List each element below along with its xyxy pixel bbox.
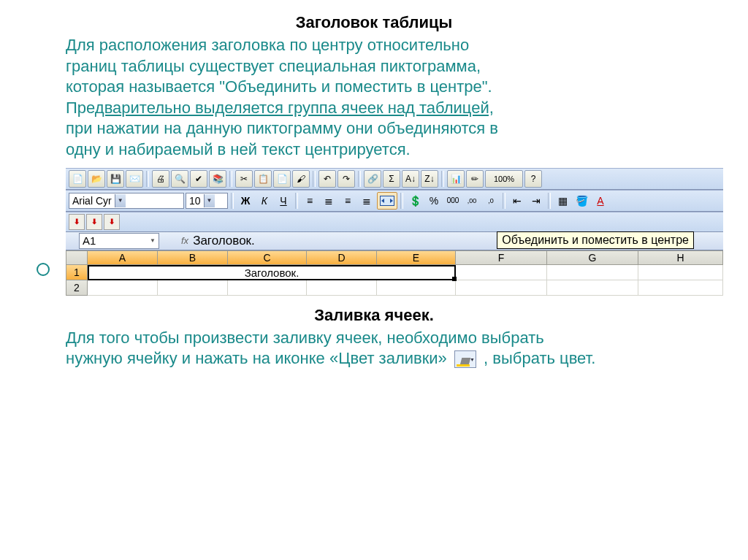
column-header-b[interactable]: B — [158, 250, 228, 265]
align-right-icon[interactable]: ≡ — [339, 192, 356, 210]
name-box-value: A1 — [83, 234, 96, 247]
align-justify-icon[interactable]: ≣ — [358, 192, 375, 210]
paste-icon[interactable]: 📄 — [273, 170, 291, 188]
heading-table-title: Заголовок таблицы — [66, 13, 682, 32]
pdf-icon[interactable]: ⬇ — [86, 214, 102, 230]
column-header-f[interactable]: F — [456, 250, 547, 265]
autosum-icon[interactable]: Σ — [383, 170, 400, 188]
separator — [146, 171, 149, 187]
column-headers: A B C D E F G H — [66, 250, 723, 265]
select-all-corner[interactable] — [66, 250, 88, 265]
p1-l5: при нажатии на данную пиктограмму они об… — [66, 119, 498, 137]
separator — [441, 171, 444, 187]
merge-center-tooltip: Объединить и поместить в центре — [497, 231, 694, 249]
column-header-a[interactable]: A — [88, 250, 158, 265]
fx-icon[interactable]: fx — [181, 235, 188, 246]
pdf-icon[interactable]: ⬇ — [104, 214, 120, 230]
save-icon[interactable]: 💾 — [107, 170, 124, 188]
print-preview-icon[interactable]: 🔍 — [171, 170, 188, 188]
chart-icon[interactable]: 📊 — [447, 170, 465, 188]
drawing-icon[interactable]: ✏ — [466, 170, 484, 188]
column-header-c[interactable]: C — [228, 250, 307, 265]
separator — [503, 193, 505, 209]
zoom-icon[interactable]: 100% — [485, 170, 523, 188]
cut-icon[interactable]: ✂ — [235, 170, 253, 188]
p2-l1: Для того чтобы произвести заливку ячеек,… — [66, 329, 544, 347]
separator — [229, 171, 232, 187]
research-icon[interactable]: 📚 — [209, 170, 226, 188]
borders-icon[interactable]: ▦ — [554, 192, 571, 210]
cell-c2[interactable] — [228, 280, 307, 296]
column-header-d[interactable]: D — [307, 250, 377, 265]
font-size-value: 10 — [189, 195, 201, 207]
format-painter-icon[interactable]: 🖌 — [292, 170, 310, 188]
fill-color-icon[interactable]: 🪣 — [573, 192, 590, 210]
p2-l2b: , выбрать цвет. — [484, 349, 595, 367]
increase-indent-icon[interactable]: ⇥ — [527, 192, 545, 210]
increase-decimal-button[interactable]: ,00 — [463, 192, 481, 210]
cell-g2[interactable] — [547, 280, 638, 296]
p1-l1: Для расположения заголовка по центру отн… — [66, 36, 469, 54]
row-header-1[interactable]: 1 — [66, 265, 88, 280]
print-icon[interactable]: 🖨 — [152, 170, 169, 188]
font-name-dropdown[interactable]: Arial Cyr ▼ — [69, 193, 184, 209]
separator — [313, 171, 316, 187]
copy-icon[interactable]: 📋 — [254, 170, 272, 188]
cell-d2[interactable] — [307, 280, 377, 296]
column-header-g[interactable]: G — [547, 250, 638, 265]
font-color-icon[interactable]: A — [592, 192, 609, 210]
cell-e2[interactable] — [377, 280, 456, 296]
cell-b2[interactable] — [158, 280, 228, 296]
help-icon[interactable]: ? — [524, 170, 542, 188]
currency-icon[interactable]: 💲 — [406, 192, 424, 210]
merged-cell-a1-e1[interactable]: Заголовок. — [88, 265, 456, 280]
formatting-toolbar: Arial Cyr ▼ 10 ▼ Ж К Ч ≡ ≣ ≡ ≣ 💲 % 000 ,… — [66, 190, 723, 212]
p1-l4a: Пре — [66, 99, 95, 117]
bold-button[interactable]: Ж — [237, 192, 254, 210]
new-doc-icon[interactable]: 📄 — [69, 170, 86, 188]
p1-l3: которая называется "Объединить и помести… — [66, 77, 492, 96]
column-header-e[interactable]: E — [377, 250, 456, 265]
italic-button[interactable]: К — [256, 192, 273, 210]
column-header-h[interactable]: H — [638, 250, 723, 265]
grid-row-1: 1 Заголовок. — [66, 265, 723, 280]
chevron-down-icon: ▼ — [115, 194, 126, 207]
thousands-button[interactable]: 000 — [444, 192, 462, 210]
standard-toolbar: 📄 📂 💾 ✉️ 🖨 🔍 ✔ 📚 ✂ 📋 📄 🖌 ↶ ↷ 🔗 Σ A↓ Z↓ 📊 — [66, 168, 723, 190]
excel-screenshot: 📄 📂 💾 ✉️ 🖨 🔍 ✔ 📚 ✂ 📋 📄 🖌 ↶ ↷ 🔗 Σ A↓ Z↓ 📊 — [66, 168, 723, 296]
decrease-decimal-button[interactable]: ,0 — [482, 192, 500, 210]
redo-icon[interactable]: ↷ — [337, 170, 355, 188]
cell-h1[interactable] — [638, 265, 723, 280]
hyperlink-icon[interactable]: 🔗 — [364, 170, 381, 188]
merge-center-button[interactable] — [377, 192, 397, 210]
font-name-value: Arial Cyr — [72, 195, 112, 207]
separator — [295, 193, 298, 209]
undo-icon[interactable]: ↶ — [318, 170, 336, 188]
pdf-toolbar: ⬇ ⬇ ⬇ — [66, 212, 723, 232]
sort-asc-icon[interactable]: A↓ — [402, 170, 419, 188]
separator — [231, 193, 234, 209]
p1-l2: границ таблицы существует специальная пи… — [66, 57, 481, 75]
spellcheck-icon[interactable]: ✔ — [190, 170, 207, 188]
cell-a2[interactable] — [88, 280, 158, 296]
name-box[interactable]: A1 ▼ — [79, 233, 159, 249]
sort-desc-icon[interactable]: Z↓ — [421, 170, 438, 188]
decrease-indent-icon[interactable]: ⇤ — [508, 192, 526, 210]
mail-icon[interactable]: ✉️ — [126, 170, 143, 188]
pdf-icon[interactable]: ⬇ — [69, 214, 85, 230]
row-header-2[interactable]: 2 — [66, 280, 88, 296]
percent-button[interactable]: % — [425, 192, 443, 210]
cell-f1[interactable] — [456, 265, 547, 280]
align-left-icon[interactable]: ≡ — [301, 192, 318, 210]
cell-h2[interactable] — [638, 280, 723, 296]
p2-l2a: нужную ячейку и нажать на иконке «Цвет з… — [66, 349, 447, 367]
open-icon[interactable]: 📂 — [88, 170, 105, 188]
underline-button[interactable]: Ч — [275, 192, 292, 210]
cell-f2[interactable] — [456, 280, 547, 296]
bullet-icon — [37, 263, 50, 276]
align-center-icon[interactable]: ≣ — [320, 192, 337, 210]
fill-handle[interactable] — [452, 277, 457, 281]
heading-fill-cells: Заливка ячеек. — [66, 306, 682, 325]
cell-g1[interactable] — [547, 265, 638, 280]
font-size-dropdown[interactable]: 10 ▼ — [186, 193, 228, 209]
